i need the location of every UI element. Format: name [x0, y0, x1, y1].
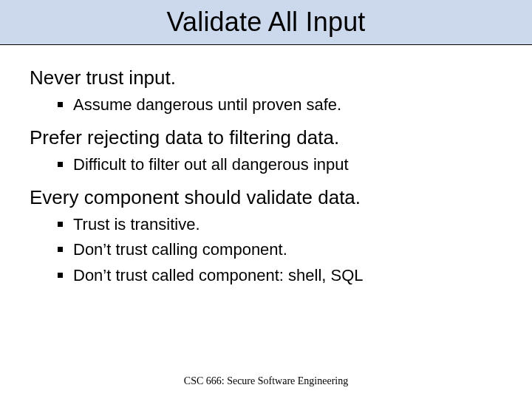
- bullet-text: Difficult to filter out all dangerous in…: [73, 154, 349, 176]
- bullet-text: Assume dangerous until proven safe.: [73, 95, 341, 116]
- square-bullet-icon: [58, 162, 63, 167]
- slide-title: Validate All Input: [166, 7, 365, 38]
- title-bar: Validate All Input: [0, 0, 532, 45]
- square-bullet-icon: [58, 247, 63, 252]
- list-item: Assume dangerous until proven safe.: [58, 95, 502, 116]
- list-item: Don’t trust calling component.: [58, 239, 502, 261]
- square-bullet-icon: [58, 273, 63, 278]
- square-bullet-icon: [58, 102, 63, 107]
- list-item: Difficult to filter out all dangerous in…: [58, 154, 502, 176]
- bullet-text: Don’t trust called component: shell, SQL: [73, 265, 364, 287]
- section-heading: Prefer rejecting data to filtering data.: [30, 126, 502, 150]
- bullet-text: Don’t trust calling component.: [73, 239, 287, 261]
- section-heading: Never trust input.: [30, 66, 502, 90]
- section-heading: Every component should validate data.: [30, 185, 502, 210]
- slide-body: Never trust input. Assume dangerous unti…: [30, 55, 502, 290]
- list-item: Trust is transitive.: [58, 214, 502, 236]
- slide: Validate All Input Never trust input. As…: [0, 0, 532, 399]
- list-item: Don’t trust called component: shell, SQL: [58, 265, 502, 287]
- bullet-text: Trust is transitive.: [73, 214, 200, 236]
- slide-footer: CSC 666: Secure Software Engineering: [0, 375, 532, 387]
- square-bullet-icon: [58, 222, 63, 227]
